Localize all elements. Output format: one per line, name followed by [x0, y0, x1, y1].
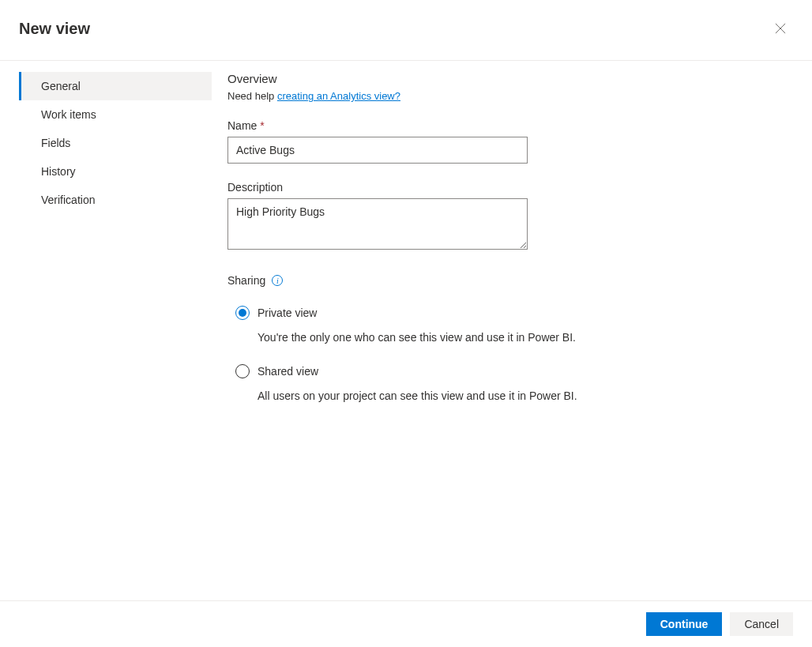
radio-row[interactable]: Private view	[235, 306, 780, 320]
sidebar-item-label: History	[41, 165, 76, 178]
sidebar-item-label: Verification	[41, 194, 95, 206]
name-input[interactable]	[227, 137, 528, 164]
dialog-title: New view	[19, 20, 90, 38]
continue-button[interactable]: Continue	[646, 612, 723, 636]
radio-option-private: Private view You're the only one who can…	[227, 306, 780, 344]
cancel-button[interactable]: Cancel	[730, 612, 793, 636]
radio-desc-shared: All users on your project can see this v…	[235, 389, 780, 402]
help-link[interactable]: creating an Analytics view?	[277, 90, 400, 102]
dialog-header: New view	[0, 0, 812, 61]
radio-input-shared[interactable]	[235, 364, 250, 378]
sidebar-item-general[interactable]: General	[19, 72, 212, 100]
radio-option-shared: Shared view All users on your project ca…	[227, 364, 780, 402]
required-indicator: *	[260, 119, 264, 132]
help-prefix: Need help	[227, 90, 277, 102]
content-panel: Overview Need help creating an Analytics…	[212, 72, 812, 423]
sidebar-item-work-items[interactable]: Work items	[19, 100, 212, 129]
sidebar-item-label: General	[41, 80, 81, 92]
dialog-footer: Continue Cancel	[0, 600, 812, 647]
sharing-header: Sharing i	[227, 274, 780, 287]
dialog-body: General Work items Fields History Verifi…	[0, 61, 812, 423]
radio-label-private[interactable]: Private view	[258, 307, 317, 319]
sidebar-item-history[interactable]: History	[19, 157, 212, 186]
close-button[interactable]	[768, 16, 793, 41]
radio-label-shared[interactable]: Shared view	[258, 365, 318, 378]
sidebar-item-fields[interactable]: Fields	[19, 129, 212, 157]
radio-desc-private: You're the only one who can see this vie…	[235, 331, 780, 344]
radio-row[interactable]: Shared view	[235, 364, 780, 378]
section-title: Overview	[227, 72, 780, 85]
radio-input-private[interactable]	[235, 306, 250, 320]
info-icon[interactable]: i	[272, 275, 283, 286]
sidebar-item-verification[interactable]: Verification	[19, 186, 212, 214]
close-icon	[775, 23, 786, 34]
help-text: Need help creating an Analytics view?	[227, 90, 780, 102]
sharing-label: Sharing	[227, 274, 265, 287]
name-label: Name *	[227, 119, 780, 132]
sidebar-item-label: Fields	[41, 137, 70, 149]
description-input[interactable]: High Priority Bugs	[227, 198, 528, 250]
sidebar: General Work items Fields History Verifi…	[0, 72, 212, 423]
sidebar-item-label: Work items	[41, 108, 96, 121]
description-label: Description	[227, 181, 780, 194]
